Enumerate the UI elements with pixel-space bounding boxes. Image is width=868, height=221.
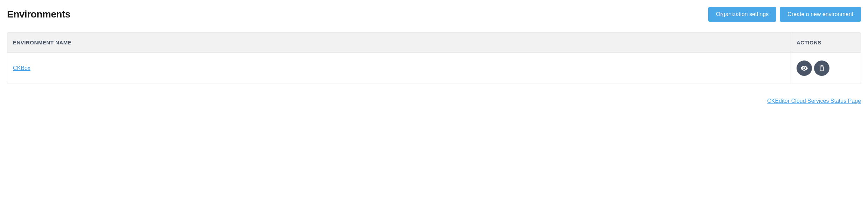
organization-settings-button[interactable]: Organization settings [708,7,776,22]
environment-link[interactable]: CKBox [13,65,30,71]
column-header-name: ENVIRONMENT NAME [7,33,791,53]
eye-icon [800,64,808,72]
view-button[interactable] [797,60,812,76]
header-buttons: Organization settings Create a new envir… [708,7,861,22]
page-header: Environments Organization settings Creat… [7,7,861,22]
status-page-link[interactable]: CKEditor Cloud Services Status Page [767,98,861,104]
table-header-row: ENVIRONMENT NAME ACTIONS [7,33,861,53]
delete-button[interactable] [814,60,829,76]
create-environment-button[interactable]: Create a new environment [780,7,861,22]
actions-cell [791,53,861,84]
page-title: Environments [7,9,70,20]
column-header-actions: ACTIONS [791,33,861,53]
environment-name-cell: CKBox [7,53,791,84]
environments-table: ENVIRONMENT NAME ACTIONS CKBox [7,32,861,84]
actions-group [797,60,855,76]
table-row: CKBox [7,53,861,84]
footer: CKEditor Cloud Services Status Page [7,98,861,104]
trash-icon [818,64,826,72]
